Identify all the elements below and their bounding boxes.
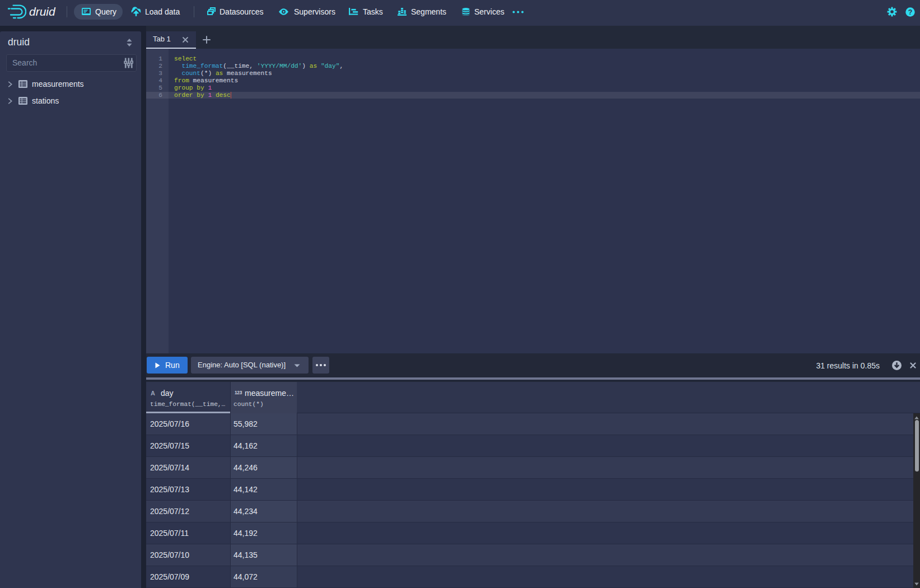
svg-text:?: ? <box>908 8 913 16</box>
